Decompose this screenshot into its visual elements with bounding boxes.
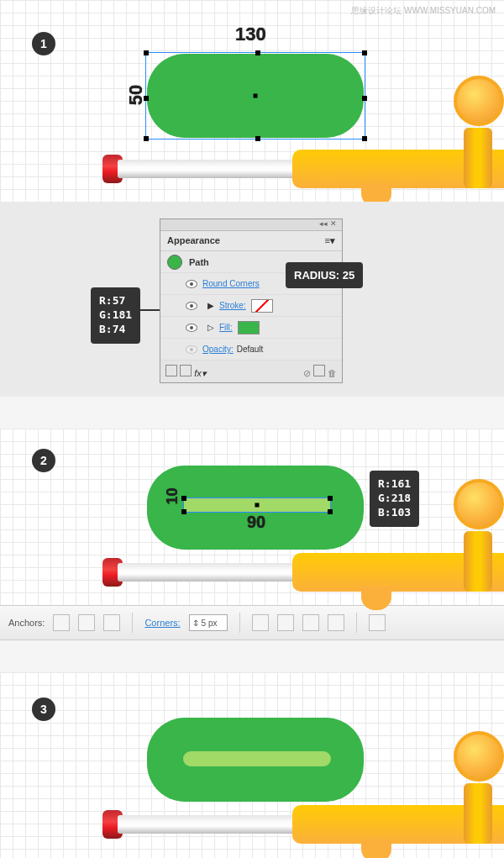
trash-icon[interactable]: 🗑 xyxy=(328,368,337,378)
rgb-g: G:218 xyxy=(378,492,411,506)
step-1-canvas: 思缘设计论坛 WWW.MISSYUAN.COM 1 130 50 xyxy=(0,0,504,202)
selection-box[interactable] xyxy=(183,497,331,513)
corners-label[interactable]: Corners: xyxy=(144,618,180,628)
dimension-height: 10 xyxy=(164,487,181,504)
anchor-convert-icon[interactable] xyxy=(53,614,70,631)
new-icon[interactable] xyxy=(313,365,325,376)
rgb-r: R:161 xyxy=(378,477,411,492)
step-badge-3: 3 xyxy=(32,697,55,721)
panel-title: Appearance xyxy=(167,235,220,246)
rgb-b: B:103 xyxy=(378,506,411,520)
callout-line xyxy=(134,309,161,311)
opacity-value: Default xyxy=(237,345,264,354)
visibility-icon[interactable] xyxy=(186,280,197,288)
panel-tabs-row[interactable]: ◂◂ ✕ xyxy=(160,219,342,231)
path-label: Path xyxy=(189,257,209,267)
stroke-row[interactable]: ▶Stroke: xyxy=(160,295,342,317)
rgb-r: R:57 xyxy=(99,294,132,308)
corners-input[interactable]: ⇕5 px xyxy=(189,614,228,631)
visibility-icon[interactable] xyxy=(186,302,197,310)
watergun-illustration xyxy=(84,798,504,857)
dimension-height: 50 xyxy=(125,85,147,105)
watergun-illustration xyxy=(84,143,504,202)
dimension-width: 130 xyxy=(235,24,266,45)
opacity-label[interactable]: Opacity: xyxy=(202,345,234,354)
tool-icon[interactable] xyxy=(369,614,386,631)
corners-value: 5 px xyxy=(202,618,218,628)
align-icon[interactable] xyxy=(302,614,319,631)
watergun-illustration xyxy=(84,546,504,605)
selection-box[interactable] xyxy=(145,52,365,139)
fill-label[interactable]: Fill: xyxy=(219,323,233,332)
rgb-tooltip-2: R:161 G:218 B:103 xyxy=(370,471,419,527)
fill-swatch[interactable] xyxy=(238,321,260,334)
align-icon[interactable] xyxy=(328,614,344,631)
anchors-label: Anchors: xyxy=(8,618,45,628)
anchor-tool-icon[interactable] xyxy=(78,614,95,631)
inner-bar-rounded xyxy=(183,751,331,766)
footer-icon[interactable] xyxy=(180,365,192,376)
rgb-g: G:181 xyxy=(99,308,132,323)
stroke-swatch[interactable] xyxy=(251,299,273,313)
align-icon[interactable] xyxy=(252,614,269,631)
panel-section: R:57 G:181 B:74 ◂◂ ✕ Appearance≡▾ Path R… xyxy=(0,202,504,397)
radius-tooltip: RADIUS: 25 xyxy=(286,262,363,288)
options-toolbar[interactable]: Anchors: Corners: ⇕5 px xyxy=(0,605,504,640)
opacity-row[interactable]: Opacity:Default xyxy=(160,339,342,361)
fx-menu[interactable]: fx▾ xyxy=(194,368,207,378)
align-icon[interactable] xyxy=(277,614,294,631)
rgb-b: B:74 xyxy=(99,323,132,337)
separator xyxy=(0,397,504,429)
round-corners-link[interactable]: Round Corners xyxy=(202,279,260,288)
rgb-tooltip-1: R:57 G:181 B:74 xyxy=(91,287,140,344)
step-2-canvas: 2 10 90 R:161 G:218 B:103 xyxy=(0,429,504,605)
separator xyxy=(0,640,504,672)
appearance-panel[interactable]: ◂◂ ✕ Appearance≡▾ Path Round Corners ▶St… xyxy=(160,218,343,383)
step-badge-2: 2 xyxy=(32,449,55,472)
footer-icon[interactable] xyxy=(165,365,177,376)
step-3-canvas: 3 xyxy=(0,672,504,858)
step-badge-1: 1 xyxy=(32,32,55,55)
dimension-width: 90 xyxy=(247,513,265,532)
anchor-cut-icon[interactable] xyxy=(103,614,120,631)
path-swatch-icon xyxy=(167,255,182,270)
panel-menu-icon[interactable]: ≡▾ xyxy=(325,235,335,246)
stroke-label[interactable]: Stroke: xyxy=(219,301,246,310)
fill-row[interactable]: ▷Fill: xyxy=(160,317,342,339)
panel-footer: fx▾ ⊘ 🗑 xyxy=(160,361,342,382)
visibility-icon[interactable] xyxy=(186,324,197,332)
visibility-icon[interactable] xyxy=(186,345,197,354)
watermark: 思缘设计论坛 WWW.MISSYUAN.COM xyxy=(351,5,496,17)
